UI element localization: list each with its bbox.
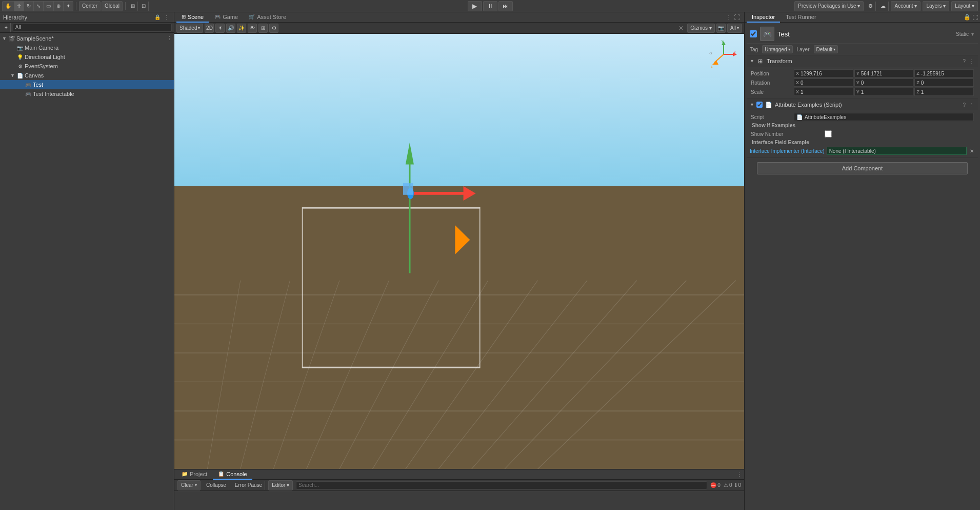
- tab-test-runner[interactable]: Test Runner: [781, 12, 821, 23]
- rot-x-field[interactable]: X 0: [794, 79, 853, 87]
- scene-viewport[interactable]: -x y x z: [174, 34, 744, 469]
- shade-dropdown[interactable]: Shaded ▾: [176, 24, 203, 33]
- attr-comp-name: Attribute Examples (Script): [775, 102, 842, 108]
- cloud-icon[interactable]: ☁: [878, 2, 889, 11]
- hierarchy-lock-btn[interactable]: 🔒: [153, 13, 162, 22]
- scale-label: Scale: [751, 89, 792, 95]
- scale-x-field[interactable]: X 1: [794, 88, 853, 96]
- transform-header[interactable]: ▼ ⊞ Transform ? ⋮: [747, 55, 978, 67]
- tab-console[interactable]: 📋 Console: [213, 469, 252, 480]
- pos-y-field[interactable]: Y 564.1721: [854, 69, 914, 77]
- pause-btn[interactable]: ⏸: [483, 1, 497, 11]
- collab-icon[interactable]: ⚙: [866, 2, 876, 11]
- attr-info-btn[interactable]: ?: [962, 102, 967, 108]
- clear-btn[interactable]: Clear ▾: [177, 480, 201, 491]
- play-btn[interactable]: ▶: [468, 1, 482, 11]
- grid-overlay-btn[interactable]: ⊞: [258, 24, 268, 33]
- scene-tools-btn[interactable]: ⚙: [269, 24, 278, 33]
- 2d-btn[interactable]: 2D: [205, 24, 214, 33]
- hierarchy-items: ▼ 🎬 SampleScene* ⋮ 📷 Main Camera 💡 Direc…: [0, 33, 174, 510]
- viewport-maximize-btn[interactable]: ⛶: [732, 14, 742, 21]
- move-tool-btn[interactable]: ✛: [14, 2, 24, 11]
- hierarchy-item-maincamera[interactable]: 📷 Main Camera: [0, 43, 174, 52]
- interface-value-field[interactable]: None (I Interactable): [827, 147, 967, 155]
- snap-btn[interactable]: ⊞: [128, 2, 138, 11]
- rot-z-val: 0: [921, 80, 924, 86]
- audio-btn[interactable]: 🔊: [226, 24, 235, 33]
- axis-gizmo[interactable]: -x y x z: [708, 39, 739, 70]
- grid-btn[interactable]: ⊡: [139, 2, 149, 11]
- scene-visibility-btn[interactable]: 👁: [248, 24, 257, 33]
- attr-active-checkbox[interactable]: [756, 102, 763, 108]
- console-search[interactable]: [296, 481, 707, 489]
- layers-label: Layers ▾: [926, 3, 946, 9]
- icon-testinteractable: 🎮: [25, 91, 32, 97]
- interface-label[interactable]: Interface Implementer (Interface): [750, 148, 825, 154]
- script-prop-row: Script 📄 AttributeExamples: [750, 112, 975, 122]
- lighting-btn[interactable]: ☀: [215, 24, 225, 33]
- transform-info-btn[interactable]: ?: [962, 58, 967, 64]
- rot-y-field[interactable]: Y 0: [854, 79, 914, 87]
- layers-btn[interactable]: Layers ▾: [923, 1, 949, 11]
- go-static-btn[interactable]: ▾: [970, 31, 975, 37]
- tab-inspector[interactable]: Inspector: [747, 12, 780, 23]
- tab-asset-store[interactable]: 🛒 Asset Store: [244, 12, 291, 23]
- script-field[interactable]: 📄 AttributeExamples: [794, 113, 974, 121]
- step-btn[interactable]: ⏭: [498, 1, 513, 11]
- rect-tool-btn[interactable]: ▭: [44, 2, 54, 11]
- hierarchy-item-eventsystem[interactable]: ⚙ EventSystem: [0, 62, 174, 71]
- hierarchy-search[interactable]: [13, 24, 172, 32]
- error-pause-btn[interactable]: Error Pause: [232, 481, 265, 490]
- gizmos-btn[interactable]: Gizmos ▾: [687, 24, 715, 33]
- hierarchy-item-testinteractable[interactable]: 🎮 Test Interactable: [0, 89, 174, 99]
- show-number-checkbox[interactable]: [825, 130, 832, 138]
- tab-scene[interactable]: ⊞ Scene: [176, 12, 209, 23]
- go-active-checkbox[interactable]: [750, 30, 757, 37]
- pos-x-field[interactable]: X 1299.716: [794, 69, 853, 77]
- inspector-maximize-btn[interactable]: ⛶: [972, 14, 978, 21]
- scale-y-field[interactable]: Y 1: [854, 88, 914, 96]
- add-component-btn[interactable]: Add Component: [757, 162, 968, 174]
- search-all-dropdown[interactable]: All ▾: [727, 24, 742, 33]
- script-file-icon: 📄: [796, 114, 803, 120]
- hierarchy-item-test[interactable]: 🎮 Test: [0, 80, 174, 89]
- viewport-tab-options[interactable]: ⋮: [726, 14, 731, 20]
- collapse-btn[interactable]: Collapse: [204, 481, 229, 490]
- scale-z-field[interactable]: Z 1: [914, 88, 974, 96]
- hierarchy-item-samplescene[interactable]: ▼ 🎬 SampleScene* ⋮: [0, 34, 174, 43]
- rotate-tool-btn[interactable]: ↻: [24, 2, 34, 11]
- layer-dropdown[interactable]: Default ▾: [814, 45, 838, 53]
- hierarchy-item-canvas[interactable]: ▼ 📄 Canvas: [0, 71, 174, 80]
- static-label: Static: [956, 31, 969, 37]
- tag-dropdown[interactable]: Untagged ▾: [762, 45, 792, 53]
- tab-project[interactable]: 📁 Project: [176, 469, 212, 480]
- rot-z-field[interactable]: Z 0: [914, 79, 974, 87]
- attr-settings-btn[interactable]: ⋮: [968, 102, 975, 108]
- gizmos-label: Gizmos ▾: [690, 25, 712, 31]
- global-btn[interactable]: Global: [102, 1, 123, 11]
- options-samplescene[interactable]: ⋮: [167, 36, 172, 41]
- all-tool-btn[interactable]: ⊕: [54, 2, 64, 11]
- hierarchy-menu-btn[interactable]: ⋮: [163, 13, 171, 22]
- interface-x-btn[interactable]: ✕: [969, 148, 975, 154]
- custom-tool-btn[interactable]: ✦: [64, 2, 73, 11]
- preview-packages-btn[interactable]: Preview Packages in Use ▾: [794, 1, 864, 11]
- scale-tool-btn[interactable]: ⤡: [34, 2, 44, 11]
- center-btn[interactable]: Center: [79, 1, 101, 11]
- hierarchy-header-right: 🔒 ⋮: [153, 13, 171, 22]
- inspector-lock-btn[interactable]: 🔒: [964, 14, 971, 21]
- vp-close-btn[interactable]: ✕: [676, 25, 686, 32]
- attribute-examples-header[interactable]: ▼ 📄 Attribute Examples (Script) ? ⋮: [747, 99, 978, 110]
- fx-btn[interactable]: ✨: [237, 24, 246, 33]
- transform-settings-btn[interactable]: ⋮: [968, 58, 975, 64]
- account-btn[interactable]: Account ▾: [891, 1, 921, 11]
- add-btn[interactable]: +: [2, 23, 11, 32]
- hand-tool-btn[interactable]: ✋: [3, 2, 14, 11]
- console-tab-options[interactable]: ⋮: [737, 472, 742, 477]
- editor-btn[interactable]: Editor ▾: [268, 480, 293, 491]
- hierarchy-item-dirlight[interactable]: 💡 Directional Light: [0, 52, 174, 62]
- camera-btn[interactable]: 📷: [716, 24, 726, 33]
- layout-btn[interactable]: Layout ▾: [951, 1, 978, 11]
- tab-game[interactable]: 🎮 Game: [209, 12, 243, 23]
- pos-z-field[interactable]: Z -1.255915: [914, 69, 974, 77]
